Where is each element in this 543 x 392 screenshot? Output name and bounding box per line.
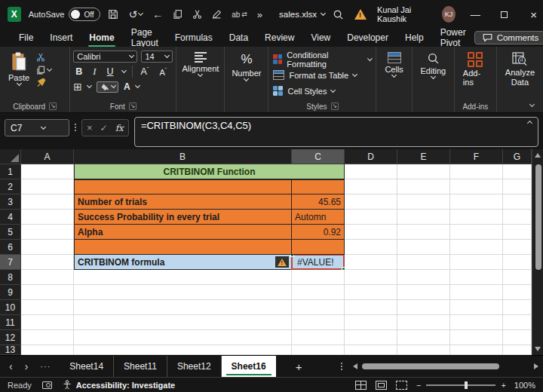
copy-icon[interactable] [173,9,183,20]
tab-formulas[interactable]: Formulas [167,30,221,45]
cell-G12[interactable] [503,330,532,345]
zoom-slider-thumb[interactable] [465,381,468,389]
row-header-12[interactable]: 12 [0,330,21,345]
cell-F9[interactable] [450,285,503,300]
column-header-D[interactable]: D [345,149,397,164]
column-header-C[interactable]: C [292,149,345,164]
conditional-formatting-button[interactable]: Conditional Formatting [273,52,371,66]
new-sheet-button[interactable]: + [276,356,322,377]
row-header-5[interactable]: 5 [0,225,21,240]
font-color-button[interactable]: A [124,81,130,92]
fill-color-button[interactable] [97,81,118,93]
cell-B6[interactable] [74,240,292,255]
cell-E4[interactable] [397,210,450,225]
cell-D9[interactable] [345,285,397,300]
cell-B2[interactable] [74,179,292,194]
cell-G5[interactable] [503,225,532,240]
cell-E10[interactable] [397,300,450,315]
zoom-slider[interactable] [426,384,495,386]
bold-button[interactable]: B [73,66,84,77]
sheet-list-icon[interactable]: ··· [40,362,51,371]
zoom-out-icon[interactable]: − [416,381,421,390]
cell-F4[interactable] [450,210,503,225]
row-header-7[interactable]: 7 [0,255,21,270]
cell-F2[interactable] [450,179,503,194]
zoom-in-icon[interactable]: + [501,381,505,390]
analyze-data-button[interactable]: Analyze Data [500,50,540,89]
cell-E6[interactable] [397,240,450,255]
font-size-select[interactable]: 14 [141,51,173,63]
row-header-3[interactable]: 3 [0,194,21,210]
italic-button[interactable]: I [90,66,98,78]
comments-button[interactable]: Comments [474,31,543,44]
zoom-level[interactable]: 100% [514,381,535,390]
back-arrow-icon[interactable]: ← [152,8,163,20]
tab-insert[interactable]: Insert [41,30,81,45]
cell-E5[interactable] [397,225,450,240]
cell-B9[interactable] [74,285,292,300]
grow-font-button[interactable]: Aˆ [139,66,152,77]
minimize-button[interactable]: — [466,9,485,20]
close-button[interactable]: × [524,8,543,21]
cell-A5[interactable] [21,225,74,240]
format-painter-button[interactable] [36,78,51,87]
cell-G6[interactable] [503,240,532,255]
tab-developer[interactable]: Developer [339,30,397,45]
number-button[interactable]: % Number [226,50,266,83]
cell-D5[interactable] [345,225,397,240]
cell-A6[interactable] [21,240,74,255]
name-box[interactable]: C7 [5,119,69,136]
cell-B11[interactable] [74,315,292,330]
cell-A3[interactable] [21,194,74,210]
font-name-select[interactable]: Calibri [73,51,137,63]
file-name[interactable]: sales.xlsx [279,10,325,19]
draw-icon[interactable] [212,9,222,20]
page-break-view-icon[interactable] [396,381,407,390]
cell-D6[interactable] [345,240,397,255]
tab-help[interactable]: Help [397,30,432,45]
cell-D1[interactable] [345,164,397,179]
user-name[interactable]: Kunal Jai Kaushik [377,5,431,23]
vertical-scroll-thumb[interactable] [535,164,541,270]
cell-A4[interactable] [21,210,74,225]
qat-overflow-icon[interactable]: » [257,9,262,20]
search-icon[interactable] [333,9,344,20]
page-layout-view-icon[interactable] [376,381,387,390]
cancel-entry-icon[interactable]: × [87,122,93,133]
cell-F1[interactable] [450,164,503,179]
cell-F3[interactable] [450,194,503,210]
cell-F6[interactable] [450,240,503,255]
cell-C9[interactable] [292,285,345,300]
tab-view[interactable]: View [302,30,339,45]
cell-C10[interactable] [292,300,345,315]
cell-D4[interactable] [345,210,397,225]
cell-G10[interactable] [503,300,532,315]
cell-A2[interactable] [21,179,74,194]
cell-C8[interactable] [292,270,345,285]
column-header-F[interactable]: F [450,149,503,164]
cell-D10[interactable] [345,300,397,315]
cell-G2[interactable] [503,179,532,194]
font-dialog-launcher-icon[interactable]: ↘ [129,103,137,110]
scroll-left-icon[interactable] [353,363,357,369]
normal-view-icon[interactable] [355,381,367,390]
cell-B5[interactable]: Alpha [74,225,292,240]
row-header-4[interactable]: 4 [0,210,21,225]
cell-C2[interactable] [292,179,345,194]
cell-D3[interactable] [345,194,397,210]
cell-styles-button[interactable]: Cell Styles [273,84,335,98]
cell-G13[interactable] [503,345,532,355]
cell-D12[interactable] [345,330,397,345]
row-header-2[interactable]: 2 [0,179,21,194]
tab-data[interactable]: Data [221,30,256,45]
cell-C12[interactable] [292,330,345,345]
cell-A7[interactable] [21,255,74,270]
cell-B4[interactable]: Success Probability in every trial [74,210,292,225]
cell-A1[interactable] [21,164,74,179]
macro-record-icon[interactable] [42,381,52,389]
cell-B12[interactable] [74,330,292,345]
underline-button[interactable]: U [104,66,115,77]
cell-E3[interactable] [397,194,450,210]
cell-B10[interactable] [74,300,292,315]
cell-E8[interactable] [397,270,450,285]
